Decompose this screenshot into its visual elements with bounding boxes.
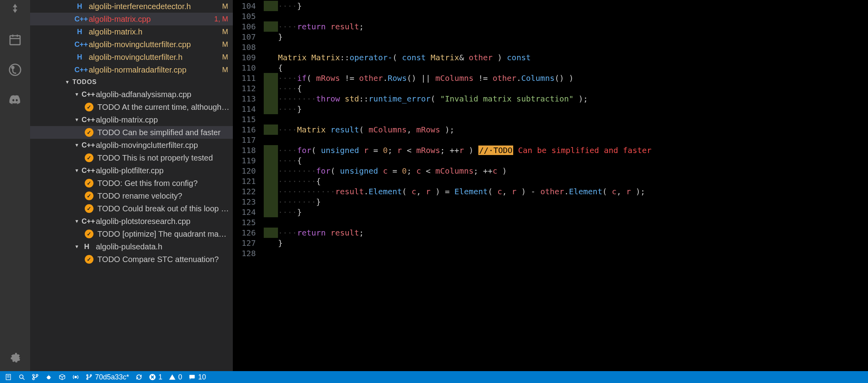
file-row[interactable]: C++algolib-matrix.cpp1, M [30, 13, 233, 25]
cpp-file-icon: C++ [82, 217, 92, 226]
todo-file-row[interactable]: ▼C++algolib-plotfilter.cpp [30, 164, 233, 177]
line-number: 116 [233, 124, 256, 135]
line-number: 128 [233, 248, 256, 259]
code-line[interactable]: { [278, 63, 868, 73]
diff-marker [264, 104, 278, 114]
status-comments[interactable]: 10 [188, 373, 206, 381]
code-line[interactable]: ····} [278, 207, 868, 217]
status-sync-icon[interactable] [135, 373, 143, 381]
code-line[interactable]: ····if( mRows != other.Rows() || mColumn… [278, 73, 868, 83]
code-line[interactable]: Matrix Matrix::operator-( const Matrix& … [278, 52, 868, 63]
todo-file-label: algolib-movingclutterfilter.cpp [96, 141, 198, 150]
file-row[interactable]: C++algolib-normalradarfilter.cppM [30, 63, 233, 76]
editor[interactable]: 1041051061071081091101111121131141151161… [233, 0, 868, 371]
code-line[interactable]: ········} [278, 197, 868, 207]
code-line[interactable]: ····Matrix result( mColumns, mRows ); [278, 124, 868, 135]
file-row[interactable]: C++algolib-movingclutterfilter.cppM [30, 38, 233, 51]
line-number: 108 [233, 42, 256, 52]
calendar-icon[interactable] [6, 30, 25, 49]
status-file-icon[interactable] [5, 373, 12, 381]
line-number: 111 [233, 73, 256, 83]
diff-marker [264, 186, 278, 197]
line-number: 119 [233, 155, 256, 166]
todo-file-row[interactable]: ▼C++algolib-plotstoresearch.cpp [30, 215, 233, 228]
file-row[interactable]: Halgolib-matrix.hM [30, 25, 233, 38]
status-branch-icon[interactable] [32, 373, 39, 381]
diff-marker [264, 155, 278, 166]
todo-file-row[interactable]: ▼C++algolib-adfanalysismap.cpp [30, 88, 233, 101]
chevron-down-icon: ▼ [74, 218, 79, 224]
line-number: 113 [233, 94, 256, 104]
svg-point-21 [87, 375, 88, 376]
line-number: 106 [233, 21, 256, 32]
code-content[interactable]: ····}····return result;}Matrix Matrix::o… [278, 0, 868, 371]
code-line[interactable]: ········throw std::runtime_error( "Inval… [278, 94, 868, 104]
todo-text-label: TODO Compare STC attenuation? [97, 255, 219, 264]
todo-item[interactable]: TODO At the current time, although there… [30, 101, 233, 113]
todo-item[interactable]: TODO Could break out of this loop now? [30, 202, 233, 215]
code-line[interactable]: } [278, 32, 868, 42]
code-line[interactable] [278, 135, 868, 145]
header-file-icon: H [74, 53, 85, 61]
todo-file-row[interactable]: ▼Halgolib-pulsedata.h [30, 240, 233, 253]
code-line[interactable]: ········{ [278, 176, 868, 186]
status-package-icon[interactable] [59, 373, 66, 381]
file-row[interactable]: Halgolib-movingclutterfilter.hM [30, 51, 233, 63]
todo-file-row[interactable]: ▼C++algolib-movingclutterfilter.cpp [30, 139, 233, 151]
activity-source-icon[interactable] [6, 0, 25, 19]
checkmark-icon [85, 128, 93, 137]
file-name-label: algolib-matrix.cpp [89, 15, 211, 24]
status-errors[interactable]: 1 [149, 373, 162, 381]
code-line[interactable]: ····return result; [278, 228, 868, 238]
diff-marker [264, 52, 278, 63]
checkmark-icon [85, 153, 93, 162]
todo-item[interactable]: TODO This is not properly tested [30, 151, 233, 164]
file-name-label: algolib-normalradarfilter.cpp [89, 65, 219, 75]
discord-icon[interactable] [6, 90, 25, 109]
todo-item[interactable]: TODO rename velocity? [30, 190, 233, 202]
code-line[interactable] [278, 114, 868, 124]
activity-bar [0, 0, 30, 371]
line-number: 109 [233, 52, 256, 63]
code-line[interactable] [278, 11, 868, 21]
gear-icon[interactable] [6, 348, 25, 367]
code-line[interactable] [278, 217, 868, 228]
status-bar: 70d5a33c* 1 0 10 [0, 371, 868, 383]
status-bug-icon[interactable] [45, 373, 52, 381]
code-line[interactable]: ····{ [278, 83, 868, 94]
code-line[interactable]: ····} [278, 104, 868, 114]
code-line[interactable]: ············result.Element( c, r ) = Ele… [278, 186, 868, 197]
svg-rect-27 [189, 375, 195, 378]
status-warnings[interactable]: 0 [169, 373, 182, 381]
code-line[interactable]: ····for( unsigned r = 0; r < mRows; ++r … [278, 145, 868, 155]
todo-item[interactable]: TODO [optimize] The quadrant may only ne… [30, 228, 233, 240]
status-radio-icon[interactable] [72, 373, 79, 381]
source-control-icon[interactable] [6, 60, 25, 79]
todo-item[interactable]: TODO Can be simplified and faster [30, 126, 233, 139]
status-warnings-count: 0 [178, 373, 182, 381]
cpp-file-icon: C++ [82, 141, 92, 149]
line-number: 122 [233, 186, 256, 197]
code-line[interactable]: } [278, 238, 868, 248]
code-line[interactable]: ····{ [278, 155, 868, 166]
code-line[interactable] [278, 248, 868, 259]
file-row[interactable]: Halgolib-interferencedetector.hM [30, 0, 233, 13]
checkmark-icon [85, 103, 93, 111]
open-editors-section: Halgolib-interferencedetector.hMC++algol… [30, 0, 233, 76]
status-search-icon[interactable] [18, 373, 25, 381]
diff-marker [264, 217, 278, 228]
code-line[interactable]: ····} [278, 1, 868, 11]
code-line[interactable]: ········for( unsigned c = 0; c < mColumn… [278, 166, 868, 176]
cpp-file-icon: C++ [82, 90, 92, 99]
todos-section-header[interactable]: ▼ TODOS [30, 76, 233, 88]
cpp-file-icon: C++ [74, 40, 85, 49]
todo-file-label: algolib-adfanalysismap.cpp [96, 90, 191, 99]
code-line[interactable]: ····return result; [278, 21, 868, 32]
todo-item[interactable]: TODO Compare STC attenuation? [30, 253, 233, 266]
todo-file-row[interactable]: ▼C++algolib-matrix.cpp [30, 113, 233, 126]
file-status-badge: M [222, 2, 228, 11]
status-git-branch[interactable]: 70d5a33c* [86, 373, 129, 381]
code-line[interactable] [278, 42, 868, 52]
status-errors-count: 1 [158, 373, 162, 381]
todo-item[interactable]: TODO: Get this from config? [30, 177, 233, 190]
